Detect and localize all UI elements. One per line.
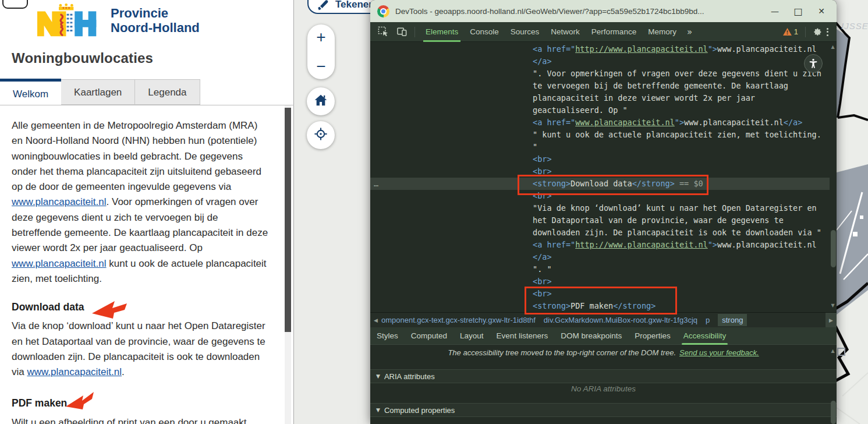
scroll-up-arrow[interactable]: ▲ [830,348,836,354]
inline-link[interactable]: www.plancapaciteit.nl [12,196,107,207]
partial-toolbar-button[interactable] [2,0,28,9]
section-paragraph: Via de knop ‘download’ kunt u naar het O… [12,319,270,380]
code-token-text: www.plancapaciteit.nl [717,240,817,249]
app-root: Tekenen + − [0,0,868,424]
tekenen-label: Tekenen [335,0,375,11]
feedback-link[interactable]: Send us your feedback. [679,348,759,357]
code-token-tag: <br> [533,277,552,286]
minimize-button[interactable]: — [763,2,786,20]
code-line[interactable]: </a> [370,55,830,68]
tab-welkom[interactable]: Welkom [0,79,61,105]
text-run: . [122,366,125,377]
code-token-tag: </strong> [613,301,656,310]
code-line[interactable]: te vervoegen bij de betreffende gemeente… [370,80,830,92]
devtools-tab-memory[interactable]: Memory [642,22,682,42]
breadcrumb-left-arrow[interactable]: ◀ [370,317,381,323]
code-line[interactable]: geactualiseerd. Op " [370,104,830,116]
accessibility-tree-toggle[interactable] [804,54,823,73]
code-token-text: " kunt u ook de actuele plancapaciteit z… [533,130,821,139]
code-line[interactable]: " [370,141,830,153]
panel-sections: Download dataVia de knop ‘download’ kunt… [12,299,270,424]
zoom-out-button[interactable]: − [307,58,335,75]
section-paragraph: Wilt u een afbeelding of print van een d… [12,415,270,424]
devtools-title: DevTools - geoapps.noord-holland.nl/GeoW… [395,7,763,16]
panel-scrollbar-thumb[interactable] [285,108,291,332]
code-token-text: Download data [571,179,632,188]
maximize-button[interactable]: □ [786,2,810,20]
code-token-text: downloaden zijn. De plancapaciteit is oo… [533,228,821,237]
devtools-menu-icon[interactable] [823,28,837,36]
breadcrumb-item[interactable]: strong [718,314,747,326]
section-heading: PDF maken [12,395,270,411]
accessibility-scrollbar-thumb[interactable] [831,401,836,424]
code-line[interactable]: " kunt u ook de actuele plancapaciteit z… [370,129,830,141]
breadcrumb-item[interactable]: div.GcxMarkdown.MuiBox-root.gxw-ltr-1fg3… [544,316,697,324]
water-body-label: IJSSEL [841,21,868,31]
inline-link[interactable]: www.plancapaciteit.nl [27,366,122,377]
zoom-in-button[interactable]: + [307,29,335,45]
tab-kaartlagen[interactable]: Kaartlagen [61,79,135,105]
devtools-tab-performance[interactable]: Performance [586,22,642,42]
map-right-strip[interactable]: IJSSEL [837,0,868,424]
logo-line1: Provincie [111,6,200,20]
code-line[interactable]: <br> [370,288,830,300]
scroll-down-arrow[interactable]: ▼ [830,303,836,308]
code-line[interactable]: ". Voor opmerkingen of vragen over deze … [370,68,830,80]
breadcrumb-item[interactable]: omponent.gcx-text.gcx-stretchy.gxw-ltr-1… [381,316,536,324]
computed-properties-section[interactable]: ▼ Computed properties [370,403,837,417]
code-line[interactable]: het Dataportaal van de provincie, waar d… [370,214,830,227]
gutter-marker: … [374,178,379,190]
more-tabs-chevron[interactable]: » [682,27,697,37]
styles-tab-event-listeners[interactable]: Event listeners [490,327,555,345]
code-line[interactable]: <strong>PDF maken</strong> [370,300,830,312]
code-token-tag: </strong> [632,179,675,188]
code-line[interactable]: </a> [370,251,830,263]
aria-attributes-section[interactable]: ▼ ARIA attributes [370,369,837,383]
styles-tab-layout[interactable]: Layout [454,327,490,345]
code-line[interactable]: <br> [370,190,830,202]
panel-tab-bar: WelkomKaartlagenLegenda [0,79,200,105]
home-button[interactable] [307,87,335,115]
code-token-tag: </a> [533,252,552,262]
logo-wordmark: Provincie Noord-Holland [111,6,200,35]
code-line-selected[interactable]: …<strong>Download data</strong> == $0 [370,178,830,190]
code-line[interactable]: <br> [370,153,830,165]
code-line[interactable]: <a href="http://www.plancapaciteit.nl">w… [370,239,830,251]
breadcrumb-item[interactable]: p [706,316,710,324]
breadcrumb-right-arrow[interactable]: ▶ [826,317,837,323]
device-toolbar-icon[interactable] [396,26,408,38]
devtools-titlebar[interactable]: DevTools - geoapps.noord-holland.nl/GeoW… [370,0,837,22]
warning-icon [783,28,792,36]
code-line[interactable]: <a href="www.plancapaciteit.nl">www.plan… [370,116,830,129]
inspect-element-icon[interactable] [377,26,389,38]
close-button[interactable]: ✕ [810,2,833,20]
devtools-tab-network[interactable]: Network [545,22,586,42]
inline-link[interactable]: www.plancapaciteit.nl [12,258,107,269]
section-heading: Download data [12,299,270,315]
styles-tab-properties[interactable]: Properties [628,327,677,345]
code-line[interactable]: plancapaciteit in deze viewer wordt 2x p… [370,92,830,104]
code-line[interactable]: "Via de knop ‘download’ kunt u naar het … [370,202,830,214]
devtools-tab-sources[interactable]: Sources [505,22,545,42]
code-line[interactable]: ". " [370,263,830,275]
code-line[interactable]: <a href="http://www.plancapaciteit.nl">w… [370,43,830,55]
scroll-up-arrow[interactable]: ▲ [830,44,836,50]
locate-button[interactable] [307,121,335,149]
styles-tab-dom-breakpoints[interactable]: DOM breakpoints [554,327,628,345]
devtools-tab-console[interactable]: Console [464,22,505,42]
styles-tab-accessibility[interactable]: Accessibility [677,327,733,345]
settings-gear-icon[interactable] [812,26,823,38]
page-title: Woningbouwlocaties [12,50,153,66]
tab-legenda[interactable]: Legenda [135,79,200,105]
warnings-indicator[interactable]: 1 [783,27,798,36]
code-line[interactable]: <br> [370,275,830,288]
styles-tab-computed[interactable]: Computed [405,327,454,345]
panel-scrollbar-track[interactable] [285,105,291,424]
target-icon [314,127,328,143]
code-line[interactable]: <br> [370,165,830,178]
devtools-tab-elements[interactable]: Elements [420,22,464,42]
code-token-text: PDF maken [571,301,613,310]
code-line[interactable]: downloaden zijn. De plancapaciteit is oo… [370,227,830,239]
elements-scrollbar-thumb[interactable] [831,230,836,267]
styles-tab-styles[interactable]: Styles [370,327,405,345]
